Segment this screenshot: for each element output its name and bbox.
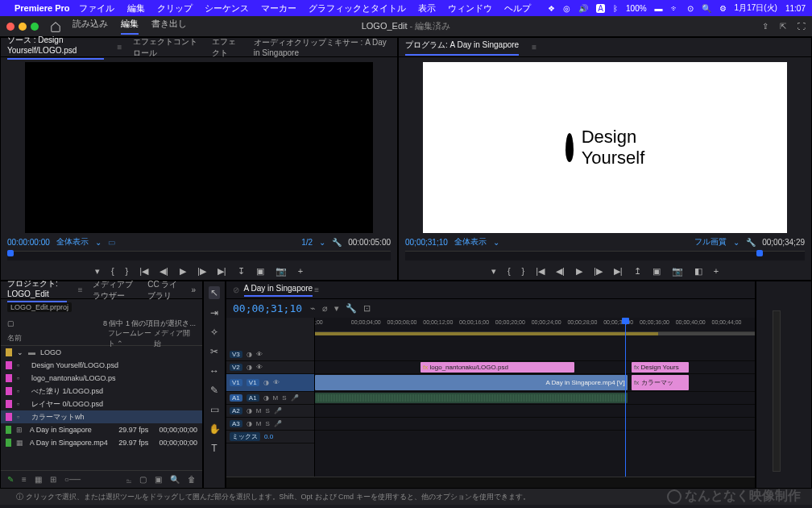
source-res-dropdown[interactable]: 1/2 bbox=[301, 238, 313, 247]
lane-v1[interactable]: A Day in Singapore.mp4 [V] fx カラーマッ bbox=[315, 374, 755, 392]
ripple-tool-icon[interactable]: ✧ bbox=[210, 327, 218, 338]
marker-icon[interactable]: ▾ bbox=[491, 266, 496, 277]
list-view-icon[interactable]: ≡ bbox=[22, 475, 27, 484]
in-point-icon[interactable]: { bbox=[508, 266, 511, 276]
slip-tool-icon[interactable]: ↔ bbox=[209, 365, 219, 377]
clip-v2-design[interactable]: fx Design Yours bbox=[632, 362, 689, 373]
menu-window[interactable]: ウィンドウ bbox=[448, 3, 492, 13]
tab-menu-icon[interactable]: ≡ bbox=[117, 43, 122, 52]
volume-icon[interactable]: 🔊 bbox=[578, 4, 588, 13]
mic-icon[interactable]: 🎤 bbox=[274, 407, 282, 414]
source-patch[interactable]: V1 bbox=[230, 379, 242, 386]
overflow-icon[interactable]: » bbox=[191, 285, 196, 294]
spotlight-icon[interactable]: ⊙ bbox=[687, 4, 694, 13]
step-back-icon[interactable]: ◀| bbox=[160, 266, 168, 277]
razor-tool-icon[interactable]: ✂ bbox=[210, 346, 218, 357]
source-scrubber[interactable] bbox=[7, 251, 391, 260]
filter-icon[interactable]: ▢ bbox=[7, 319, 14, 327]
workspace-import[interactable]: 読み込み bbox=[72, 18, 108, 35]
hand-tool-icon[interactable]: ✋ bbox=[209, 423, 221, 435]
tab-audio-mixer[interactable]: オーディオクリップミキサー : A Day in Singapore bbox=[254, 37, 391, 57]
settings-icon[interactable]: 🔧 bbox=[346, 303, 357, 314]
share-icon[interactable]: ⇱ bbox=[780, 22, 786, 31]
out-point-icon[interactable]: } bbox=[522, 266, 525, 276]
cc-icon[interactable]: ⊡ bbox=[363, 303, 371, 314]
app-name[interactable]: Premiere Pro bbox=[14, 3, 69, 13]
settings-icon[interactable]: ▭ bbox=[108, 238, 115, 247]
maximize-window[interactable] bbox=[31, 23, 39, 31]
tab-program[interactable]: プログラム: A Day in Singapore bbox=[405, 40, 519, 56]
extract-icon[interactable]: ▣ bbox=[652, 266, 661, 277]
trash-icon[interactable]: 🗑 bbox=[188, 475, 196, 484]
source-fit-dropdown[interactable]: 全体表示 bbox=[56, 236, 89, 248]
project-item[interactable]: ▫ べた塗り 1/LOGO.psd bbox=[1, 385, 202, 398]
icon-view-icon[interactable]: ▦ bbox=[35, 475, 42, 484]
new-item-icon[interactable]: ▣ bbox=[155, 475, 162, 484]
step-fwd-icon[interactable]: |▶ bbox=[197, 266, 206, 277]
track-a3[interactable]: A3◑MS🎤 bbox=[226, 418, 314, 431]
cc-icon[interactable]: ❖ bbox=[548, 4, 555, 13]
mic-icon[interactable]: 🎤 bbox=[274, 420, 282, 427]
bluetooth-icon[interactable]: ᛒ bbox=[613, 4, 618, 13]
source-patch[interactable]: A1 bbox=[230, 394, 242, 402]
program-tc-in[interactable]: 00;00;31;10 bbox=[405, 238, 448, 247]
export-frame-icon[interactable]: 📷 bbox=[672, 266, 683, 277]
source-video[interactable] bbox=[25, 62, 373, 233]
home-icon[interactable] bbox=[50, 21, 72, 32]
tab-source[interactable]: ソース : Design Yourself/LOGO.psd bbox=[7, 35, 104, 60]
menu-help[interactable]: ヘルプ bbox=[504, 3, 531, 13]
marker-icon[interactable]: ▾ bbox=[334, 303, 339, 314]
lock-icon[interactable]: 👁 bbox=[273, 379, 280, 386]
in-point-icon[interactable]: { bbox=[111, 266, 114, 276]
tab-effects[interactable]: エフェクト bbox=[212, 36, 242, 59]
new-bin-icon[interactable]: ▢ bbox=[139, 475, 147, 484]
program-video[interactable]: Design Yourself bbox=[423, 62, 787, 233]
program-quality-dropdown[interactable]: フル画質 bbox=[694, 236, 727, 248]
goto-in-icon[interactable]: |◀ bbox=[139, 266, 148, 277]
sort-icon[interactable]: ⎁ bbox=[126, 475, 131, 484]
timeline-tracks[interactable]: ;0000;00;04;0000;00;08;0000;00;12;0000;0… bbox=[315, 318, 755, 477]
close-window[interactable] bbox=[6, 23, 14, 31]
clip-v1-matte[interactable]: fx カラーマッ bbox=[632, 375, 689, 390]
menu-clip[interactable]: クリップ bbox=[157, 3, 193, 13]
track-a2[interactable]: A2◑MS🎤 bbox=[226, 405, 314, 418]
toggle-output-icon[interactable]: ◑ bbox=[246, 364, 252, 371]
freeform-icon[interactable]: ⊞ bbox=[50, 475, 56, 484]
track-mix[interactable]: ミックス0.0 bbox=[226, 431, 314, 443]
tab-menu-icon[interactable]: ≡ bbox=[532, 43, 536, 52]
menu-marker[interactable]: マーカー bbox=[261, 3, 296, 13]
clip-a1[interactable] bbox=[315, 393, 628, 403]
more-icon[interactable]: + bbox=[298, 266, 303, 276]
step-fwd-icon[interactable]: |▶ bbox=[594, 266, 603, 277]
menu-graphics[interactable]: グラフィックとタイトル bbox=[309, 3, 406, 13]
insert-icon[interactable]: ↧ bbox=[238, 266, 245, 277]
search-icon[interactable]: 🔍 bbox=[702, 4, 711, 13]
project-item[interactable]: ▫ カラーマットwh bbox=[1, 410, 202, 423]
marker-icon[interactable]: ▾ bbox=[95, 266, 100, 277]
time-ruler[interactable]: ;0000;00;04;0000;00;08;0000;00;12;0000;0… bbox=[315, 318, 755, 332]
track-v1[interactable]: V1V1◑👁 bbox=[226, 374, 314, 392]
disclosure-icon[interactable]: ⌄ bbox=[17, 348, 23, 356]
menu-edit[interactable]: 編集 bbox=[127, 3, 145, 13]
bin-row[interactable]: ⌄ ▬ LOGO bbox=[1, 346, 202, 359]
project-item[interactable]: ▫ レイヤー 0/LOGO.psd bbox=[1, 398, 202, 410]
goto-out-icon[interactable]: ▶| bbox=[614, 266, 623, 277]
project-item[interactable]: ⊞ A Day in Singapore 29.97 fps 00;00;00;… bbox=[1, 423, 202, 436]
track-a1[interactable]: A1A1◑MS🎤 bbox=[226, 392, 314, 405]
overwrite-icon[interactable]: ▣ bbox=[256, 266, 264, 277]
control-center-icon[interactable]: ⚙ bbox=[719, 4, 727, 13]
rectangle-tool-icon[interactable]: ▭ bbox=[210, 404, 219, 415]
step-back-icon[interactable]: ◀| bbox=[556, 266, 565, 277]
menu-sequence[interactable]: シーケンス bbox=[205, 3, 249, 13]
lock-icon[interactable]: 👁 bbox=[256, 364, 263, 371]
track-v2[interactable]: V2◑👁 bbox=[226, 361, 314, 374]
pen-tool-icon[interactable]: ✎ bbox=[210, 385, 218, 396]
tab-cc-libraries[interactable]: CC ライブラリ bbox=[147, 279, 181, 302]
menu-file[interactable]: ファイル bbox=[79, 3, 114, 13]
goto-out-icon[interactable]: ▶| bbox=[218, 266, 226, 277]
timeline-scrollbar[interactable] bbox=[226, 477, 755, 488]
clip-v1-video[interactable]: A Day in Singapore.mp4 [V] bbox=[315, 375, 628, 390]
workspace-export[interactable]: 書き出し bbox=[151, 18, 187, 35]
chevron-down-icon[interactable]: ⌄ bbox=[493, 238, 499, 247]
playhead[interactable] bbox=[625, 318, 626, 477]
